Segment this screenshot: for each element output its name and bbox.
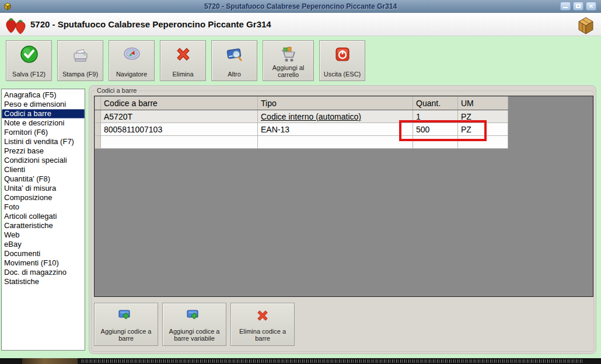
save-button-label: Salva (F12) [12, 71, 46, 78]
delete-button-label: Elimina [172, 71, 193, 78]
col-header-tipo[interactable]: Tipo [258, 97, 413, 110]
exit-button-label: Uscita (ESC) [324, 71, 361, 78]
add-to-cart-button-label: Aggiungi al carrello [263, 64, 313, 78]
window-title: 5720 - Sputafuoco Calabrese Peperoncino … [0, 2, 601, 10]
sidebar-item-articoli-collegati[interactable]: Articoli collegati [2, 212, 85, 221]
cell-quant[interactable]: 1 [413, 110, 458, 123]
sidebar-item-quantita[interactable]: Quantita' (F8) [2, 174, 85, 184]
table-row: A5720T Codice interno (automatico) 1 PZ [95, 110, 508, 123]
navigator-button-label: Navigatore [116, 71, 147, 78]
main-panel: Codici a barre Codice a barre Tipo Quant… [89, 85, 596, 354]
app-window: 5720 - Sputafuoco Calabrese Peperoncino … [0, 0, 601, 364]
book-search-icon [225, 44, 244, 64]
add-barcode-label: Aggiungi codice a barre [95, 328, 158, 342]
print-button-label: Stampa (F9) [62, 71, 98, 78]
cell-code[interactable]: A5720T [101, 110, 258, 123]
add-barcode-button[interactable]: Aggiungi codice a barre [94, 303, 158, 346]
page-title: 5720 - Sputafuoco Calabrese Peperoncino … [30, 19, 271, 29]
barcode-grid-canvas: Codice a barre Tipo Quant. UM A5720T Cod… [94, 96, 593, 297]
sidebar-item-statistiche[interactable]: Statistiche [2, 277, 85, 286]
red-x-icon [254, 307, 271, 324]
cell-tipo[interactable]: EAN-13 [258, 123, 413, 136]
cell-code[interactable]: 8005811007103 [101, 123, 258, 136]
compass-icon [122, 44, 142, 64]
barcode-table: Codice a barre Tipo Quant. UM A5720T Cod… [95, 96, 508, 149]
cell-um[interactable]: PZ [458, 123, 508, 136]
delete-barcode-button[interactable]: Elimina codice a barre [230, 303, 295, 346]
sidebar-item-ebay[interactable]: eBay [2, 240, 85, 249]
toolbar: Salva (F12) Stampa (F9) Navigato [0, 36, 601, 85]
col-header-codice-a-barre[interactable]: Codice a barre [101, 97, 258, 110]
barcode-actions: Aggiungi codice a barre Aggiungi codice … [94, 303, 295, 346]
close-icon: ✕ [589, 4, 593, 9]
row-selector[interactable] [95, 110, 101, 123]
row-selector[interactable] [95, 123, 101, 136]
check-circle-icon [19, 44, 39, 64]
sidebar-item-anagrafica[interactable]: Anagrafica (F5) [2, 90, 85, 100]
add-variable-barcode-label: Aggiungi codice a barre variabile [163, 328, 226, 342]
sidebar-item-unita-di-misura[interactable]: Unita' di misura [2, 184, 85, 193]
minimize-button[interactable] [560, 2, 571, 10]
cell-quant[interactable]: 500 [413, 123, 458, 136]
col-header-quant[interactable]: Quant. [413, 97, 458, 110]
sidebar-item-listini-di-vendita[interactable]: Listini di vendita (F7) [2, 137, 85, 146]
sidebar-item-doc-di-magazzino[interactable]: Doc. di magazzino [2, 268, 85, 277]
titlebar[interactable]: 5720 - Sputafuoco Calabrese Peperoncino … [0, 0, 601, 13]
table-row [95, 136, 508, 149]
sidebar-item-clienti[interactable]: Clienti [2, 165, 85, 174]
sidebar-item-documenti[interactable]: Documenti [2, 249, 85, 258]
sidebar-item-condizioni-speciali[interactable]: Condizioni speciali [2, 156, 85, 165]
row-selector-header [95, 97, 101, 110]
maximize-button[interactable] [573, 2, 583, 10]
save-button[interactable]: Salva (F12) [6, 40, 52, 81]
package-box-icon [575, 15, 596, 36]
strawberries-icon [4, 16, 29, 34]
other-button[interactable]: Altro [211, 40, 257, 81]
barcode-add-icon [185, 307, 204, 324]
minimize-icon [563, 7, 568, 8]
shopping-cart-icon [278, 44, 299, 64]
add-variable-barcode-button[interactable]: Aggiungi codice a barre variabile [162, 303, 226, 346]
window-controls: ✕ [560, 2, 596, 10]
maximize-icon [576, 4, 581, 8]
header: 5720 - Sputafuoco Calabrese Peperoncino … [0, 13, 601, 36]
sidebar-listbox: Anagrafica (F5) Peso e dimensioni Codici… [1, 89, 85, 351]
row-selector[interactable] [95, 136, 101, 149]
sidebar-item-note-e-descrizioni[interactable]: Note e descrizioni [2, 118, 85, 128]
background-image-fragment [22, 358, 78, 364]
cell-code[interactable] [101, 136, 258, 149]
cell-um[interactable]: PZ [458, 110, 508, 123]
red-x-icon [173, 44, 193, 64]
add-to-cart-button[interactable]: Aggiungi al carrello [263, 40, 314, 81]
sidebar-item-foto[interactable]: Foto [2, 202, 85, 212]
delete-button[interactable]: Elimina [160, 40, 206, 81]
barcode-add-icon [117, 307, 135, 324]
exit-button[interactable]: Uscita (ESC) [319, 40, 365, 81]
sidebar-item-peso-e-dimensioni[interactable]: Peso e dimensioni [2, 100, 85, 109]
cell-quant[interactable] [413, 136, 458, 149]
cell-tipo[interactable] [258, 136, 413, 149]
col-header-um[interactable]: UM [458, 97, 508, 110]
navigator-button[interactable]: Navigatore [109, 40, 155, 81]
sidebar-item-fornitori[interactable]: Fornitori (F6) [2, 128, 85, 137]
sidebar-item-movimenti[interactable]: Movimenti (F10) [2, 258, 85, 268]
sidebar-item-caratteristiche[interactable]: Caratteristiche [2, 221, 85, 230]
delete-barcode-label: Elimina codice a barre [231, 328, 294, 342]
table-row: 8005811007103 EAN-13 500 PZ [95, 123, 508, 136]
sidebar-item-codici-a-barre[interactable]: Codici a barre [2, 109, 85, 118]
cell-tipo[interactable]: Codice interno (automatico) [258, 110, 413, 123]
background-window-strip [0, 358, 601, 364]
groupbox-label: Codici a barre [95, 87, 138, 94]
table-header-row: Codice a barre Tipo Quant. UM [95, 97, 508, 110]
sidebar-item-prezzi-base[interactable]: Prezzi base [2, 146, 85, 156]
close-button[interactable]: ✕ [586, 2, 596, 10]
sidebar-item-web[interactable]: Web [2, 230, 85, 240]
other-button-label: Altro [228, 71, 241, 78]
background-text-fragment [82, 359, 583, 363]
cell-um[interactable] [458, 136, 508, 149]
power-icon [333, 44, 352, 64]
print-button[interactable]: Stampa (F9) [57, 40, 103, 81]
printer-icon [71, 44, 90, 64]
sidebar-item-composizione[interactable]: Composizione [2, 193, 85, 202]
